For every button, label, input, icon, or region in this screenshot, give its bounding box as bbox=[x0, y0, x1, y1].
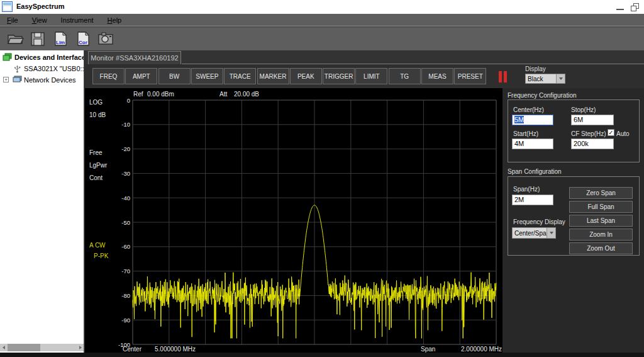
tree-item-devices-and-interfaces[interactable]: Devices and Interfaces bbox=[0, 53, 84, 62]
stop-label: Stop(Hz) bbox=[571, 106, 596, 113]
button-zoom-in[interactable]: Zoom In bbox=[569, 229, 633, 241]
svg-text:-40: -40 bbox=[121, 195, 130, 201]
button-sweep[interactable]: SWEEP bbox=[191, 68, 223, 84]
svg-text:LgPwr: LgPwr bbox=[89, 162, 108, 169]
start-value: 4M bbox=[514, 140, 524, 147]
chevron-down-icon[interactable] bbox=[556, 74, 565, 84]
usb-icon bbox=[14, 64, 21, 73]
svg-text:5.000000 MHz: 5.000000 MHz bbox=[155, 346, 196, 353]
restore-button[interactable] bbox=[629, 1, 641, 13]
expand-icon[interactable]: + bbox=[3, 77, 9, 82]
button-bw[interactable]: BW bbox=[158, 68, 191, 84]
start-label: Start(Hz) bbox=[513, 130, 538, 137]
svg-text:Cor: Cor bbox=[79, 40, 87, 45]
title-bar: EasySpectrum bbox=[0, 0, 644, 14]
button-full-span[interactable]: Full Span bbox=[569, 201, 633, 213]
tree-item-label: Devices and Interfaces bbox=[14, 54, 84, 61]
save-icon[interactable] bbox=[29, 30, 47, 47]
network-icon bbox=[13, 76, 22, 83]
scroll-left-icon[interactable] bbox=[0, 344, 8, 351]
svg-text:Lim: Lim bbox=[56, 40, 65, 45]
content-area: Monitor #SSA3XHA2160192 Display Black FR… bbox=[85, 50, 644, 353]
svg-text:A CW: A CW bbox=[89, 242, 106, 249]
frequency-display-label: Frequency Display bbox=[513, 218, 565, 225]
frequency-display-dropdown[interactable]: Center/Span bbox=[512, 227, 547, 239]
button-freq[interactable]: FREQ bbox=[92, 68, 125, 84]
svg-text:0: 0 bbox=[127, 97, 130, 104]
display-value: Black bbox=[528, 76, 543, 82]
svg-text:LOG: LOG bbox=[89, 99, 103, 106]
toolbar: Lim Cor bbox=[0, 27, 644, 50]
svg-text:-70: -70 bbox=[121, 268, 130, 275]
display-dropdown[interactable]: Black bbox=[525, 74, 557, 84]
svg-text:Center: Center bbox=[123, 346, 142, 353]
tree-item-network-devices[interactable]: + Network Devices bbox=[0, 76, 84, 85]
svg-text:-50: -50 bbox=[121, 219, 130, 226]
span-input[interactable]: 2M bbox=[512, 195, 553, 205]
freq-config-groupbox: Center(Hz) 5M Stop(Hz) 6M Start(Hz) 4M C… bbox=[508, 99, 640, 162]
center-label: Center(Hz) bbox=[513, 106, 544, 113]
stop-input[interactable]: 6M bbox=[571, 115, 614, 125]
button-meas[interactable]: MEAS bbox=[421, 68, 453, 84]
open-icon[interactable] bbox=[6, 30, 24, 47]
scrollbar-thumb[interactable] bbox=[8, 344, 40, 351]
app-window: EasySpectrum FileViewInstrumentHelp Lim … bbox=[0, 0, 644, 357]
button-preset[interactable]: PRESET bbox=[454, 68, 486, 84]
chevron-down-icon[interactable] bbox=[547, 227, 556, 239]
svg-text:-10: -10 bbox=[121, 121, 130, 128]
svg-text:-80: -80 bbox=[121, 292, 130, 299]
window-title: EasySpectrum bbox=[16, 3, 64, 10]
span-label: Span(Hz) bbox=[513, 186, 540, 193]
menu-item-instrument[interactable]: Instrument bbox=[54, 14, 101, 26]
display-label: Display bbox=[525, 65, 557, 72]
svg-text:-30: -30 bbox=[121, 170, 130, 177]
tab-monitor[interactable]: Monitor #SSA3XHA2160192 bbox=[88, 51, 181, 64]
limit-file-icon[interactable]: Lim bbox=[52, 30, 69, 47]
button-marker[interactable]: MARKER bbox=[257, 68, 289, 84]
span-config-title: Span Configuration bbox=[508, 168, 562, 175]
auto-checkbox[interactable]: ✓ bbox=[608, 129, 614, 136]
button-trace[interactable]: TRACE bbox=[224, 68, 256, 84]
button-peak[interactable]: PEAK bbox=[290, 68, 322, 84]
svg-text:Att: Att bbox=[219, 91, 227, 98]
menu-item-help[interactable]: Help bbox=[101, 14, 129, 26]
svg-text:-60: -60 bbox=[121, 243, 130, 250]
spectrum-plot: Ref0.00 dBmAtt20.00 dB0-10-20-30-40-50-6… bbox=[85, 88, 502, 353]
scroll-right-icon[interactable] bbox=[77, 344, 84, 351]
button-tg[interactable]: TG bbox=[389, 68, 421, 84]
button-zero-span[interactable]: Zero Span bbox=[569, 187, 633, 199]
menu-item-view[interactable]: View bbox=[25, 14, 54, 26]
menu-item-file[interactable]: File bbox=[0, 14, 25, 26]
auto-label: Auto bbox=[616, 130, 630, 137]
svg-text:Free: Free bbox=[89, 149, 103, 156]
button-ampt[interactable]: AMPT bbox=[125, 68, 157, 84]
minimize-button[interactable] bbox=[614, 1, 626, 13]
span-value: 2M bbox=[514, 196, 524, 203]
tree-item-ssa3021x[interactable]: SSA3021X "USB0::0xF4 bbox=[0, 64, 84, 74]
instrument-controls-row: Display Black FREQAMPTBWSWEEPTRACEMARKER… bbox=[85, 64, 644, 88]
start-input[interactable]: 4M bbox=[512, 139, 553, 149]
button-limit[interactable]: LIMIT bbox=[355, 68, 387, 84]
cf-step-input[interactable]: 200k bbox=[571, 139, 614, 149]
svg-text:P-PK: P-PK bbox=[94, 252, 109, 259]
freq-config-title: Frequency Configuration bbox=[508, 92, 577, 99]
svg-text:-20: -20 bbox=[121, 145, 130, 152]
button-last-span[interactable]: Last Span bbox=[569, 215, 633, 227]
correction-file-icon[interactable]: Cor bbox=[74, 30, 92, 47]
svg-text:Ref: Ref bbox=[133, 91, 143, 98]
svg-text:10 dB: 10 dB bbox=[89, 111, 106, 118]
tree-item-label: SSA3021X "USB0::0xF4 bbox=[24, 65, 84, 72]
button-zoom-out[interactable]: Zoom Out bbox=[569, 242, 633, 254]
button-trigger[interactable]: TRIGGER bbox=[323, 68, 355, 84]
tab-strip: Monitor #SSA3XHA2160192 bbox=[85, 50, 644, 64]
svg-text:2.000000 MHz: 2.000000 MHz bbox=[461, 346, 502, 353]
screenshot-icon[interactable] bbox=[97, 30, 114, 47]
menu-bar: FileViewInstrumentHelp bbox=[0, 14, 644, 26]
center-value: 5M bbox=[514, 116, 524, 123]
spectrum-chart: Ref0.00 dBmAtt20.00 dB0-10-20-30-40-50-6… bbox=[85, 88, 502, 353]
tree-horizontal-scrollbar[interactable] bbox=[0, 344, 84, 351]
config-panel: Frequency Configuration Center(Hz) 5M St… bbox=[502, 88, 644, 353]
center-input[interactable]: 5M bbox=[512, 115, 553, 125]
pause-icon[interactable] bbox=[499, 71, 508, 82]
stop-value: 6M bbox=[574, 116, 583, 123]
